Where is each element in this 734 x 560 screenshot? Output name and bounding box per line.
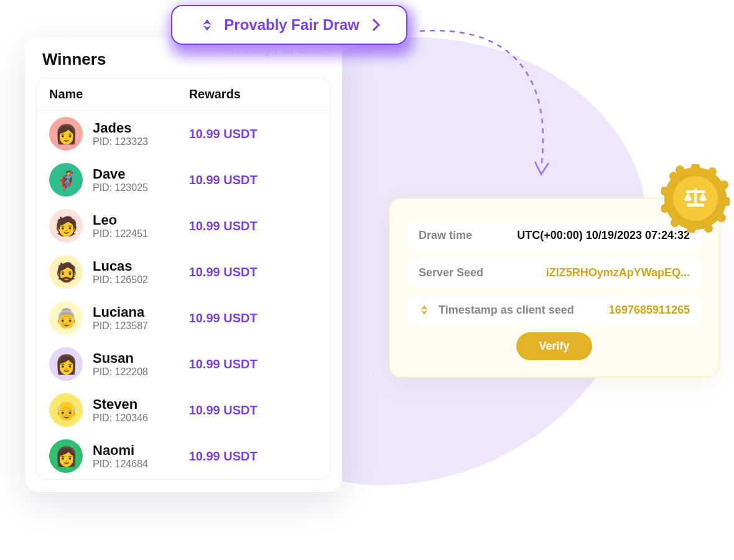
winner-name: Leo xyxy=(93,212,189,228)
table-row: 👩SusanPID: 12220810.99 USDT xyxy=(37,341,330,387)
avatar: 👴 xyxy=(49,393,83,427)
winner-pid: PID: 120346 xyxy=(93,413,189,424)
winners-card: Winners Name Rewards 👩JadesPID: 12332310… xyxy=(25,37,342,492)
winner-name: Steven xyxy=(93,396,189,412)
winner-pid: PID: 123587 xyxy=(93,320,189,332)
avatar: 👩 xyxy=(49,117,83,151)
draw-time-label: Draw time xyxy=(419,229,472,242)
svg-point-8 xyxy=(704,224,713,233)
svg-point-14 xyxy=(676,166,684,174)
winner-name: Lucas xyxy=(93,258,189,274)
svg-rect-18 xyxy=(685,190,705,193)
winner-name: Dave xyxy=(93,166,189,182)
provably-fair-draw-pill[interactable]: Provably Fair Draw xyxy=(171,5,407,45)
table-row: 👩NaomiPID: 12468410.99 USDT xyxy=(37,433,330,479)
svg-rect-17 xyxy=(687,203,704,207)
client-seed-label: Timestamp as client seed xyxy=(439,304,574,317)
table-row: 🦸DavePID: 12302510.99 USDT xyxy=(37,157,330,203)
winners-table: Name Rewards 👩JadesPID: 12332310.99 USDT… xyxy=(36,78,331,480)
winner-name: Luciana xyxy=(93,304,189,320)
avatar: 👩 xyxy=(49,439,83,473)
winner-pid: PID: 123025 xyxy=(93,182,189,194)
svg-point-10 xyxy=(671,218,679,227)
winner-pid: PID: 126502 xyxy=(93,274,189,286)
client-seed-row: Timestamp as client seed 1697685911265 xyxy=(407,295,701,325)
pill-ghost-label: Provably Fair Draw › xyxy=(224,44,332,57)
table-row: 🧔LucasPID: 12650210.99 USDT xyxy=(37,249,330,295)
col-name-header: Name xyxy=(49,87,189,101)
avatar: 🧑 xyxy=(49,209,83,243)
ethereum-icon xyxy=(200,18,214,32)
server-seed-row: Server Seed iZlZ5RHOymzApYWapEQ... xyxy=(407,258,701,287)
winner-reward: 10.99 USDT xyxy=(189,219,318,233)
avatar: 🧔 xyxy=(49,255,83,289)
winner-pid: PID: 122208 xyxy=(93,366,189,378)
svg-point-5 xyxy=(720,180,728,189)
winner-name: Naomi xyxy=(93,442,189,458)
avatar: 👩 xyxy=(49,347,83,381)
ethereum-icon xyxy=(419,304,430,315)
verify-card: Draw time UTC(+00:00) 10/19/2023 07:24:3… xyxy=(389,198,720,378)
winner-reward: 10.99 USDT xyxy=(189,357,318,371)
svg-point-4 xyxy=(708,167,717,176)
col-rewards-header: Rewards xyxy=(189,87,318,101)
table-row: 👵LucianaPID: 12358710.99 USDT xyxy=(37,295,330,341)
avatar: 👵 xyxy=(49,301,83,335)
table-header: Name Rewards xyxy=(37,78,330,111)
winner-pid: PID: 124684 xyxy=(93,459,189,470)
server-seed-value: iZlZ5RHOymzApYWapEQ... xyxy=(546,266,690,279)
winner-name: Susan xyxy=(93,350,189,366)
verify-button[interactable]: Verify xyxy=(516,332,592,360)
chevron-right-icon xyxy=(368,19,380,31)
winner-reward: 10.99 USDT xyxy=(189,449,318,464)
fairness-seal-icon xyxy=(661,164,730,233)
pill-label: Provably Fair Draw xyxy=(224,16,359,34)
winner-name: Jades xyxy=(93,120,189,136)
table-row: 🧑LeoPID: 12245110.99 USDT xyxy=(37,203,330,249)
table-row: 👩JadesPID: 12332310.99 USDT xyxy=(37,111,330,157)
client-seed-value: 1697685911265 xyxy=(609,304,690,317)
avatar: 🦸 xyxy=(49,163,83,197)
winner-pid: PID: 122451 xyxy=(93,228,189,240)
svg-point-7 xyxy=(717,213,726,222)
draw-time-row: Draw time UTC(+00:00) 10/19/2023 07:24:3… xyxy=(407,220,701,250)
winner-reward: 10.99 USDT xyxy=(189,265,318,279)
winner-reward: 10.99 USDT xyxy=(189,403,318,418)
winner-pid: PID: 123323 xyxy=(93,136,189,147)
winner-reward: 10.99 USDT xyxy=(189,173,318,187)
winner-reward: 10.99 USDT xyxy=(189,311,318,325)
table-row: 👴StevenPID: 12034610.99 USDT xyxy=(37,387,330,433)
winner-reward: 10.99 USDT xyxy=(189,127,318,141)
server-seed-label: Server Seed xyxy=(419,266,483,279)
connector-arrow xyxy=(417,19,578,193)
svg-point-13 xyxy=(669,172,678,180)
